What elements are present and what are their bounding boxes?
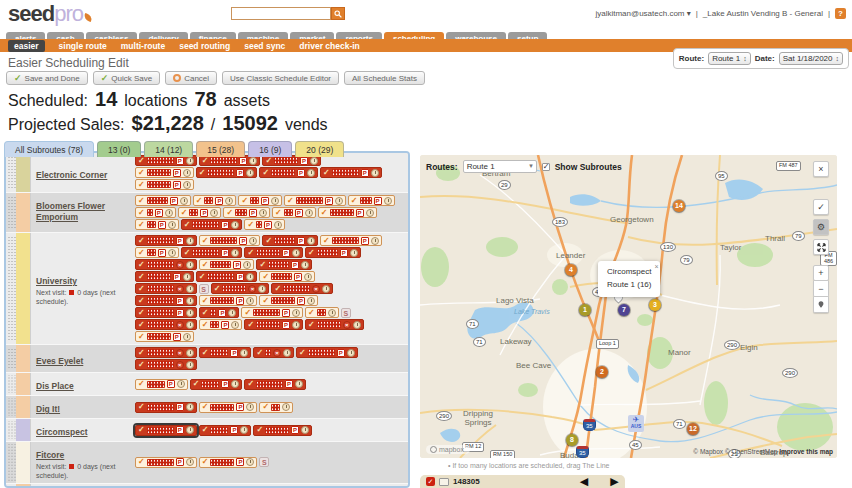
subnav-seed-routing[interactable]: seed routing [179,41,230,51]
machine-chip[interactable]: ✓P [135,457,197,468]
machine-chip[interactable]: ✓P [259,295,318,306]
route-stop-marker-3[interactable]: 3 [649,299,661,311]
machine-chip[interactable]: ✓× [135,347,197,358]
machine-chip[interactable]: ✓ [305,307,339,318]
machine-chip[interactable]: ✓× [135,319,197,330]
machine-chip[interactable]: ✓P [199,307,240,318]
subroute-tab-All-Subroutes-78-[interactable]: All Subroutes (78) [4,141,94,157]
drag-handle[interactable] [8,235,16,342]
machine-chip[interactable]: ✓P [135,195,191,206]
location-name-link[interactable]: Electronic Corner [36,170,107,180]
user-email-menu[interactable]: jyalkitman@usatech.com ▾ [595,9,690,18]
service-badge[interactable]: S [341,308,351,318]
zoom-in-button[interactable]: + [813,265,829,281]
location-name-link[interactable]: Bloomers Flower Emporium [36,201,130,221]
machine-chip[interactable]: ✓P [348,195,395,206]
map-route-select[interactable]: Route 1 [463,160,537,173]
drag-handle[interactable] [8,375,16,393]
machine-chip[interactable]: ✓P [193,195,237,206]
machine-chip[interactable]: ✓P [135,235,197,246]
machine-chip[interactable]: ✓P [199,402,258,413]
machine-chip[interactable]: ✓P [296,347,358,358]
machine-chip[interactable]: ✓P [135,402,197,413]
machine-chip[interactable]: ✓× [211,283,270,294]
machine-chip[interactable]: ✓P [199,259,255,270]
machine-chip-selected[interactable]: ✓P [135,425,197,436]
search-button[interactable] [331,7,345,20]
zoom-out-button[interactable]: − [813,281,829,297]
drag-handle[interactable] [8,347,16,370]
machine-chip[interactable]: ✓P [320,235,382,246]
tooltip-close-icon[interactable]: × [654,261,658,272]
machine-chip[interactable]: ✓P [253,425,312,436]
machine-chip[interactable]: ✓P [244,379,306,390]
search-input[interactable] [231,7,331,20]
machine-chip[interactable]: ✓P [196,271,258,282]
machine-chip[interactable]: ✓P [223,207,270,218]
improve-map-link[interactable]: Improve this map [779,448,833,455]
machine-chip[interactable]: ✓P [320,167,382,178]
show-subroutes-checkbox[interactable] [542,163,550,171]
asset-check-icon[interactable]: ✓ [426,477,435,486]
machine-chip[interactable]: ✓P [199,457,258,468]
settings-button[interactable]: ⚙ [813,219,829,235]
route-stop-marker-1[interactable]: 1 [579,304,591,316]
machine-chip[interactable]: ✓P [318,207,377,218]
help-button[interactable]: ? [835,8,846,19]
drag-handle[interactable] [8,421,16,439]
machine-chip[interactable]: ✓P [244,219,285,230]
service-badge[interactable]: S [199,284,209,294]
machine-chip[interactable]: ✓P [199,425,252,436]
subroute-tab-13-0-[interactable]: 13 (0) [97,141,141,157]
machine-chip[interactable]: ✓P [199,347,252,358]
machine-chip[interactable]: ✓× [135,359,197,370]
machine-chip[interactable]: ✓P [259,167,318,178]
subroute-tab-16-9-[interactable]: 16 (9) [248,141,292,157]
next-asset-button[interactable]: ▶ [610,476,618,487]
location-name-link[interactable]: Eves Eyelet [36,356,83,366]
pin-button[interactable] [813,297,829,313]
location-name-link[interactable]: Dig It! [36,404,60,414]
machine-chip[interactable]: ✓× [271,283,333,294]
machine-chip[interactable]: ✓× [135,283,197,294]
machine-chip[interactable]: ✓P [305,247,361,258]
machine-chip[interactable]: ✓P [256,259,312,270]
close-button[interactable]: × [813,161,829,177]
save-and-done-button[interactable]: ✓Save and Done [6,71,88,85]
drag-handle[interactable] [8,195,16,230]
machine-chip[interactable]: ✓P [135,271,194,282]
drag-handle[interactable] [8,155,16,190]
route-stop-marker-14[interactable]: 14 [673,200,685,212]
subnav-multi-route[interactable]: multi-route [121,41,165,51]
drag-handle[interactable] [8,398,16,416]
machine-chip[interactable]: ✓P [135,247,179,258]
machine-chip[interactable]: ✓P [284,195,346,206]
service-badge[interactable]: S [259,457,269,467]
route-stop-marker-7[interactable]: 7 [618,304,630,316]
cancel-button[interactable]: Cancel [165,71,217,85]
location-name-link[interactable]: Dis Place [36,381,74,391]
subnav-single-route[interactable]: single route [59,41,107,51]
machine-chip[interactable]: ✓P [244,247,303,258]
machine-chip[interactable]: ✓P [259,271,315,282]
subroute-tab-14-12-[interactable]: 14 (12) [144,141,193,157]
machine-chip[interactable]: ✓P [272,207,316,218]
machine-chip[interactable]: ✓× [135,259,197,270]
machine-chip[interactable]: ✓P [241,307,303,318]
mapbox-credit[interactable]: © Mapbox [693,448,723,455]
route-map[interactable]: Routes: Route 1 Show Subroutes BertramGe… [420,155,837,458]
machine-chip[interactable]: ✓P [238,195,282,206]
quick-save-button[interactable]: ✓Quick Save [93,71,160,85]
seedpro-logo[interactable]: seedpro [8,1,92,27]
mapbox-logo[interactable]: mapbox [426,445,470,454]
subnav-driver-check-in[interactable]: driver check-in [299,41,359,51]
expand-button[interactable] [813,239,829,255]
route-stop-marker-8[interactable]: 8 [566,434,578,446]
machine-chip[interactable]: ✓P [190,379,243,390]
machine-chip[interactable]: ✓P [135,179,194,190]
subnav-seed-sync[interactable]: seed sync [244,41,285,51]
machine-chip[interactable]: ✓P [178,207,222,218]
prev-asset-button[interactable]: ◀ [580,476,588,487]
machine-chip[interactable]: ✓× [253,347,294,358]
route-stop-marker-2[interactable]: 2 [596,366,608,378]
